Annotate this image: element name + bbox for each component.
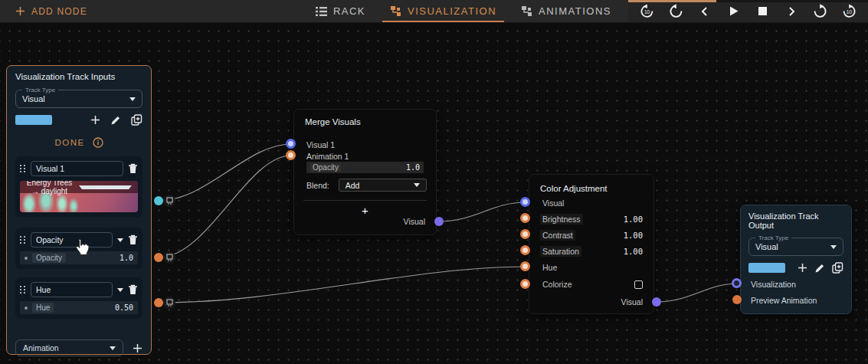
transport-controls: 10 10 (628, 0, 868, 22)
rack-list-icon (316, 7, 327, 16)
loop-button[interactable] (811, 2, 830, 21)
wire-node-chip-icon[interactable] (163, 195, 175, 207)
opacity-param-label: Opacity (32, 253, 66, 263)
visualization-track-output-node[interactable]: Visualization Track Output Track Type Vi… (740, 205, 852, 314)
add-input-button[interactable] (133, 343, 142, 353)
visual-source-dropdown[interactable]: Energy Trees → daylight (20, 181, 138, 193)
track-type-value: Visual (22, 94, 45, 103)
visual-source-value: Energy Trees → daylight (26, 181, 73, 195)
merge-opacity-label: Opacity (310, 163, 341, 172)
edit-pencil-icon[interactable] (814, 263, 825, 274)
port-contrast-input[interactable] (520, 229, 530, 239)
color-adjustment-node[interactable]: Color Adjustment Visual Brightness 1.00 … (529, 174, 654, 314)
port-brightness-input[interactable] (520, 213, 530, 223)
chevron-down-icon[interactable] (117, 238, 123, 242)
top-toolbar: ADD NODE RACK VISUALIZATION (0, 0, 868, 23)
tab-rack[interactable]: RACK (303, 0, 378, 22)
add-node-button[interactable]: ADD NODE (0, 0, 98, 22)
contrast-value[interactable]: 1.00 (624, 231, 643, 240)
stop-button[interactable] (752, 2, 772, 21)
hue-name-input[interactable]: Hue (31, 282, 113, 297)
blend-label: Blend: (306, 181, 329, 190)
node-graph-canvas[interactable]: Visualization Track Inputs Track Type Vi… (0, 23, 868, 364)
saturation-value[interactable]: 1.00 (624, 247, 643, 256)
panel-title: Visualization Track Output (748, 212, 843, 230)
step-back-button[interactable] (695, 2, 715, 21)
opacity-param-value[interactable]: 1.0 (120, 254, 133, 262)
add-input-type-dropdown[interactable]: Animation (15, 339, 123, 356)
step-forward-button[interactable] (781, 2, 801, 21)
edit-pencil-icon[interactable] (110, 115, 121, 126)
tab-visualization[interactable]: VISUALIZATION (378, 0, 509, 22)
port-preview-animation-input[interactable] (732, 295, 742, 304)
output-input-preview-animation-label: Preview Animation (751, 296, 817, 305)
restart-button[interactable] (666, 2, 686, 21)
port-visualization-input[interactable] (732, 278, 742, 288)
opacity-param-row[interactable]: Opacity 1.0 (20, 251, 138, 264)
track-color-swatch[interactable] (15, 115, 52, 125)
port-visual1-output[interactable] (154, 196, 163, 205)
merge-input-visual1-label: Visual 1 (306, 140, 335, 149)
tab-animations[interactable]: ANIMATIONS (509, 0, 624, 22)
add-input-button[interactable]: + (294, 204, 436, 217)
info-icon[interactable] (93, 137, 103, 148)
trash-icon[interactable] (128, 234, 138, 245)
drag-handle-icon[interactable] (20, 236, 26, 244)
forward-10-button[interactable]: 10 (839, 2, 859, 21)
saturation-label: Saturation (540, 246, 581, 257)
add-node-label: ADD NODE (31, 6, 87, 17)
track-type-label: Track Type (22, 87, 58, 93)
chevron-down-icon (110, 346, 116, 350)
visualization-track-inputs-node[interactable]: Visualization Track Inputs Track Type Vi… (6, 65, 152, 355)
svg-text:10: 10 (847, 9, 853, 15)
bullet-icon (25, 257, 28, 260)
hue-label: Hue (540, 262, 559, 273)
node-graph-icon (390, 6, 401, 16)
trash-icon[interactable] (128, 163, 138, 174)
port-merge-visual1-input[interactable] (286, 139, 296, 149)
wire-node-chip-icon[interactable] (163, 297, 175, 309)
drag-handle-icon[interactable] (20, 165, 26, 172)
replay-10-button[interactable]: 10 (637, 2, 657, 21)
panel-title: Visualization Track Inputs (15, 72, 142, 81)
blend-mode-dropdown[interactable]: Add (339, 179, 427, 192)
visual-preview-thumbnail[interactable]: Energy Trees → daylight (20, 181, 138, 212)
tab-visualization-label: VISUALIZATION (408, 5, 496, 17)
port-opacity-output[interactable] (154, 253, 163, 262)
input-item-hue: Hue Hue 0.50 (15, 277, 142, 319)
colorize-label: Colorize (540, 279, 575, 290)
play-button[interactable] (724, 2, 744, 21)
trash-icon[interactable] (128, 284, 138, 295)
done-button[interactable]: DONE (15, 137, 142, 148)
duplicate-icon[interactable] (832, 262, 843, 274)
chevron-down-icon[interactable] (117, 288, 123, 292)
drag-handle-icon[interactable] (20, 286, 26, 293)
track-type-select[interactable]: Track Type Visual (15, 87, 142, 108)
bullet-icon (25, 307, 28, 310)
duplicate-icon[interactable] (131, 114, 142, 126)
port-merge-animation1-input[interactable] (286, 150, 296, 160)
track-type-select[interactable]: Track Type Visual (748, 234, 843, 256)
visual1-name-input[interactable]: Visual 1 (31, 161, 123, 176)
port-color-visual-output[interactable] (652, 297, 661, 307)
brightness-value[interactable]: 1.00 (624, 215, 643, 224)
hue-param-value[interactable]: 0.50 (115, 303, 133, 312)
colorize-checkbox[interactable] (634, 280, 643, 289)
port-color-hue-input[interactable] (520, 261, 530, 271)
add-icon[interactable] (90, 115, 100, 125)
add-icon[interactable] (798, 263, 807, 273)
hue-param-row[interactable]: Hue 0.50 (20, 301, 138, 314)
merge-visuals-node[interactable]: Merge Visuals Visual 1 Animation 1 Opaci… (293, 109, 437, 235)
port-saturation-input[interactable] (520, 245, 530, 255)
port-merge-visual-output[interactable] (434, 217, 444, 226)
track-color-swatch[interactable] (748, 263, 785, 273)
merge-opacity-field[interactable]: Opacity 1.0 (306, 162, 424, 173)
opacity-name-input[interactable]: Opacity (31, 232, 113, 248)
port-hue-output[interactable] (154, 298, 163, 307)
node-graph-icon (521, 6, 532, 16)
color-output-visual-label: Visual (621, 297, 643, 307)
merge-opacity-value[interactable]: 1.0 (406, 163, 420, 172)
wire-node-chip-icon[interactable] (163, 251, 175, 264)
port-colorize-input[interactable] (520, 279, 530, 289)
port-color-visual-input[interactable] (520, 197, 530, 207)
